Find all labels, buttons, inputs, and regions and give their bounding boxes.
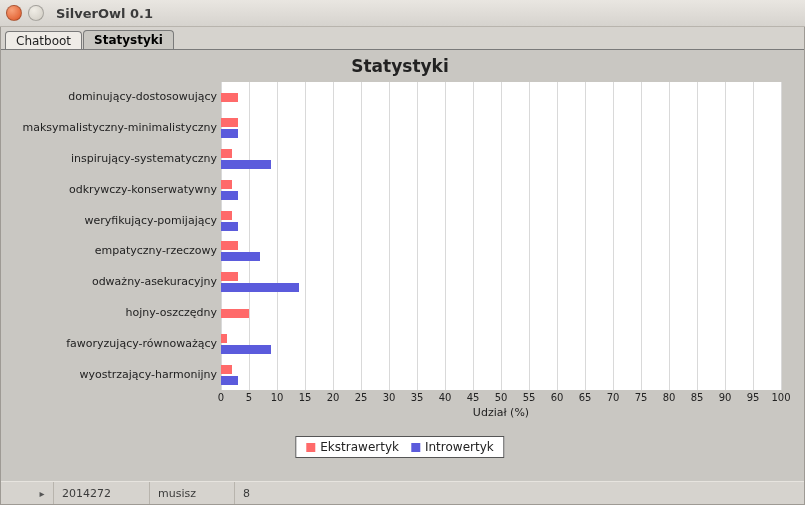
legend-item-ekstrawertyk: Ekstrawertyk — [306, 440, 399, 454]
legend: Ekstrawertyk Introwertyk — [295, 436, 504, 458]
bar-introwertyk — [221, 345, 271, 354]
bar-introwertyk — [221, 376, 238, 385]
x-tick-label: 85 — [685, 392, 709, 403]
grid-line — [333, 82, 334, 390]
y-category-label: odkrywczy-konserwatywny — [21, 183, 217, 196]
grid-line — [725, 82, 726, 390]
x-tick-label: 35 — [405, 392, 429, 403]
x-tick-label: 95 — [741, 392, 765, 403]
x-tick-label: 90 — [713, 392, 737, 403]
tab-statystyki-label: Statystyki — [94, 33, 163, 47]
bar-ekstrawertyk — [221, 211, 232, 220]
grid-line — [249, 82, 250, 390]
legend-item-introwertyk: Introwertyk — [411, 440, 494, 454]
grid-line — [529, 82, 530, 390]
y-category-label: inspirujący-systematyczny — [21, 152, 217, 165]
client-area: Chatboot Statystyki Statystyki Udział (%… — [0, 27, 805, 505]
chart-panel: Statystyki Udział (%) Ekstrawertyk Intro… — [11, 54, 789, 464]
titlebar: SilverOwl 0.1 — [0, 0, 805, 27]
bar-introwertyk — [221, 160, 271, 169]
grid-line — [501, 82, 502, 390]
plot-area — [221, 82, 781, 390]
tree-expander-icon[interactable]: ▸ — [37, 488, 47, 498]
tab-body: Statystyki Udział (%) Ekstrawertyk Intro… — [1, 49, 804, 504]
grid-line — [557, 82, 558, 390]
tab-chatboot[interactable]: Chatboot — [5, 31, 82, 50]
bar-ekstrawertyk — [221, 149, 232, 158]
legend-swatch-ekstrawertyk — [306, 443, 315, 452]
grid-line — [417, 82, 418, 390]
x-tick-label: 5 — [237, 392, 261, 403]
grid-line — [277, 82, 278, 390]
legend-label-ekstrawertyk: Ekstrawertyk — [320, 440, 399, 454]
x-tick-label: 80 — [657, 392, 681, 403]
bar-ekstrawertyk — [221, 93, 238, 102]
bar-ekstrawertyk — [221, 309, 249, 318]
bar-introwertyk — [221, 222, 238, 231]
x-tick-label: 75 — [629, 392, 653, 403]
grid-line — [669, 82, 670, 390]
bar-introwertyk — [221, 191, 238, 200]
tab-statystyki[interactable]: Statystyki — [83, 30, 174, 50]
bar-ekstrawertyk — [221, 334, 227, 343]
bar-ekstrawertyk — [221, 118, 238, 127]
x-tick-label: 70 — [601, 392, 625, 403]
x-tick-label: 30 — [377, 392, 401, 403]
grid-line — [473, 82, 474, 390]
grid-line — [641, 82, 642, 390]
grid-line — [613, 82, 614, 390]
y-category-label: empatyczny-rzeczowy — [21, 244, 217, 257]
y-category-label: wyostrzający-harmonijny — [21, 368, 217, 381]
x-tick-label: 55 — [517, 392, 541, 403]
grid-line — [585, 82, 586, 390]
grid-line — [753, 82, 754, 390]
app-window: SilverOwl 0.1 Chatboot Statystyki Statys… — [0, 0, 805, 505]
bottom-cell-1: 2014272 — [53, 482, 119, 504]
bottom-cell-3: 8 — [234, 482, 258, 504]
x-tick-label: 100 — [769, 392, 793, 403]
legend-swatch-introwertyk — [411, 443, 420, 452]
y-category-label: weryfikujący-pomijający — [21, 214, 217, 227]
y-category-label: odważny-asekuracyjny — [21, 275, 217, 288]
bar-ekstrawertyk — [221, 272, 238, 281]
x-tick-label: 25 — [349, 392, 373, 403]
bar-ekstrawertyk — [221, 365, 232, 374]
grid-line — [697, 82, 698, 390]
x-axis-label: Udział (%) — [221, 406, 781, 419]
y-category-label: faworyzujący-równoważący — [21, 337, 217, 350]
bar-ekstrawertyk — [221, 241, 238, 250]
bar-introwertyk — [221, 252, 260, 261]
bar-introwertyk — [221, 283, 299, 292]
window-title: SilverOwl 0.1 — [56, 6, 153, 21]
bottom-cell-2: musisz — [149, 482, 204, 504]
grid-line — [445, 82, 446, 390]
grid-line — [389, 82, 390, 390]
chart-title: Statystyki — [11, 56, 789, 76]
x-tick-label: 45 — [461, 392, 485, 403]
x-tick-label: 60 — [545, 392, 569, 403]
bar-introwertyk — [221, 129, 238, 138]
x-tick-label: 10 — [265, 392, 289, 403]
x-tick-label: 20 — [321, 392, 345, 403]
x-tick-label: 50 — [489, 392, 513, 403]
grid-line — [781, 82, 782, 390]
legend-label-introwertyk: Introwertyk — [425, 440, 494, 454]
window-minimize-button[interactable] — [28, 5, 44, 21]
x-tick-label: 15 — [293, 392, 317, 403]
tab-strip: Chatboot Statystyki — [1, 27, 804, 49]
bottom-data-row: ▸ 2014272 musisz 8 — [1, 481, 804, 504]
grid-line — [305, 82, 306, 390]
tab-chatboot-label: Chatboot — [16, 34, 71, 48]
grid-line — [361, 82, 362, 390]
bar-ekstrawertyk — [221, 180, 232, 189]
y-category-label: hojny-oszczędny — [21, 306, 217, 319]
x-tick-label: 40 — [433, 392, 457, 403]
y-category-label: dominujący-dostosowujący — [21, 90, 217, 103]
x-tick-label: 65 — [573, 392, 597, 403]
grid-line — [221, 82, 222, 390]
x-tick-label: 0 — [209, 392, 233, 403]
y-category-label: maksymalistyczny-minimalistyczny — [21, 121, 217, 134]
window-close-button[interactable] — [6, 5, 22, 21]
